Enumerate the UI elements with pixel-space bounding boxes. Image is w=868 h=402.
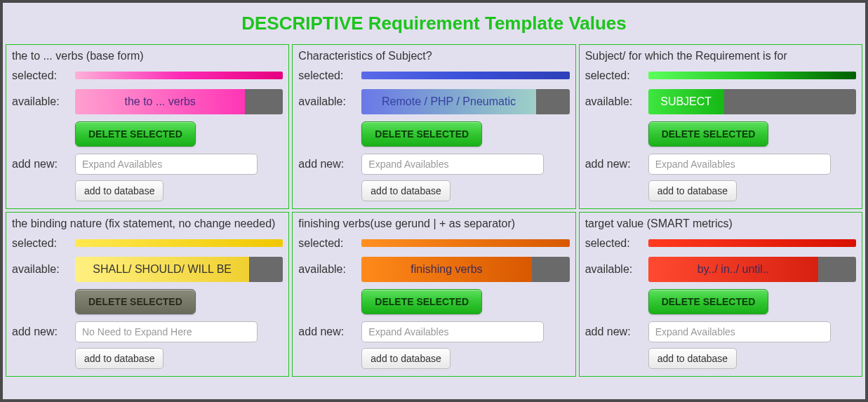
available-row: available:finishing verbs (298, 257, 569, 282)
add-new-label: add new: (298, 158, 356, 170)
delete-selected-button[interactable]: DELETE SELECTED (648, 121, 769, 147)
available-row: available:by../ in../ until.. (585, 257, 856, 282)
add-new-input[interactable] (361, 154, 544, 175)
available-label: available: (12, 95, 69, 108)
add-to-database-button[interactable]: add to database (75, 180, 163, 201)
panel-3: the binding nature (fix statement, no ch… (6, 212, 289, 377)
delete-selected-button[interactable]: DELETE SELECTED (361, 121, 482, 147)
available-side[interactable] (532, 257, 570, 282)
add-to-database-button[interactable]: add to database (75, 348, 163, 369)
available-label: available: (585, 263, 643, 276)
panel-title: the binding nature (fix statement, no ch… (12, 217, 283, 232)
available-box[interactable]: by../ in../ until.. (648, 257, 856, 282)
selected-row: selected: (298, 69, 569, 82)
delete-selected-button[interactable]: DELETE SELECTED (648, 289, 769, 314)
panel-title: Subject/ for which the Requirement is fo… (585, 49, 856, 64)
selected-label: selected: (585, 69, 643, 82)
selected-bar[interactable] (361, 239, 569, 247)
selected-row: selected: (585, 69, 856, 82)
available-value[interactable]: Remote / PHP / Pneumatic (361, 89, 535, 114)
panel-grid: the to ... verbs (base form)selected:ava… (6, 44, 862, 377)
add-new-input[interactable] (361, 321, 544, 342)
available-row: available:SHALL/ SHOULD/ WILL BE (12, 257, 283, 282)
available-value[interactable]: the to ... verbs (75, 89, 245, 114)
selected-label: selected: (12, 237, 69, 250)
available-value[interactable]: SHALL/ SHOULD/ WILL BE (75, 257, 249, 282)
available-label: available: (585, 95, 643, 108)
panel-title: Characteristics of Subject? (298, 49, 569, 64)
panel-4: finishing verbs(use gerund | + as separa… (292, 212, 575, 377)
available-side[interactable] (249, 257, 283, 282)
available-side[interactable] (245, 89, 283, 114)
available-row: available:SUBJECT (585, 89, 856, 114)
add-new-input[interactable] (648, 321, 831, 342)
panel-title: finishing verbs(use gerund | + as separa… (298, 217, 569, 232)
selected-row: selected: (12, 69, 283, 82)
add-new-row: add new: (298, 321, 569, 342)
available-label: available: (298, 95, 356, 108)
add-new-label: add new: (12, 158, 69, 170)
add-new-row: add new: (585, 321, 856, 342)
available-row: available:the to ... verbs (12, 89, 283, 114)
add-new-row: add new: (298, 154, 569, 175)
add-new-label: add new: (585, 326, 643, 338)
add-new-row: add new: (12, 321, 283, 342)
add-new-input[interactable] (75, 154, 258, 175)
available-row: available:Remote / PHP / Pneumatic (298, 89, 569, 114)
add-new-label: add new: (298, 326, 356, 338)
available-value[interactable]: by../ in../ until.. (648, 257, 818, 282)
selected-row: selected: (12, 237, 283, 250)
available-box[interactable]: SHALL/ SHOULD/ WILL BE (75, 257, 283, 282)
available-side[interactable] (724, 89, 856, 114)
panel-0: the to ... verbs (base form)selected:ava… (6, 44, 289, 209)
add-new-label: add new: (12, 326, 69, 338)
available-label: available: (12, 263, 69, 276)
selected-label: selected: (12, 69, 69, 82)
add-new-row: add new: (585, 154, 856, 175)
available-value[interactable]: SUBJECT (648, 89, 724, 114)
available-side[interactable] (818, 257, 856, 282)
available-box[interactable]: finishing verbs (361, 257, 569, 282)
panel-2: Subject/ for which the Requirement is fo… (579, 44, 862, 209)
available-box[interactable]: Remote / PHP / Pneumatic (361, 89, 569, 114)
available-label: available: (298, 263, 356, 276)
add-new-row: add new: (12, 154, 283, 175)
selected-bar[interactable] (75, 72, 283, 79)
panel-1: Characteristics of Subject?selected:avai… (292, 44, 575, 209)
selected-row: selected: (298, 237, 569, 250)
selected-label: selected: (298, 237, 356, 250)
add-to-database-button[interactable]: add to database (648, 348, 737, 369)
selected-bar[interactable] (75, 239, 283, 247)
available-box[interactable]: the to ... verbs (75, 89, 283, 114)
add-to-database-button[interactable]: add to database (361, 180, 450, 201)
selected-bar[interactable] (361, 72, 569, 79)
add-new-label: add new: (585, 158, 643, 170)
panel-5: target value (SMART metrics)selected:ava… (579, 212, 862, 377)
available-side[interactable] (536, 89, 570, 114)
page-container: DESCRIPTIVE Requirement Template Values … (3, 3, 865, 399)
selected-row: selected: (585, 237, 856, 250)
page-title: DESCRIPTIVE Requirement Template Values (6, 7, 862, 44)
panel-title: the to ... verbs (base form) (12, 49, 283, 64)
selected-label: selected: (585, 237, 643, 250)
add-new-input[interactable] (648, 154, 831, 175)
selected-bar[interactable] (648, 239, 856, 247)
add-new-input[interactable] (75, 321, 258, 342)
delete-selected-button[interactable]: DELETE SELECTED (75, 121, 196, 147)
selected-label: selected: (298, 69, 356, 82)
available-box[interactable]: SUBJECT (648, 89, 856, 114)
delete-selected-button[interactable]: DELETE SELECTED (361, 289, 482, 314)
add-to-database-button[interactable]: add to database (361, 348, 450, 369)
available-value[interactable]: finishing verbs (361, 257, 531, 282)
add-to-database-button[interactable]: add to database (648, 180, 737, 201)
selected-bar[interactable] (648, 72, 856, 79)
panel-title: target value (SMART metrics) (585, 217, 856, 232)
delete-selected-button[interactable]: DELETE SELECTED (75, 289, 196, 314)
